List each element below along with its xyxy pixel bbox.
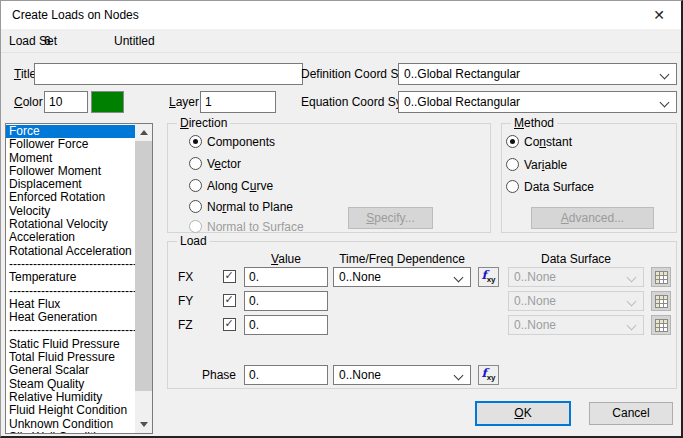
direction-group-label: Direction	[177, 116, 230, 130]
chevron-down-icon	[454, 371, 464, 381]
fy-row-label: FY	[178, 291, 198, 311]
phase-value-input[interactable]	[244, 365, 328, 385]
table-grid-icon	[655, 271, 668, 284]
selected-value: 0..None	[339, 268, 448, 286]
chevron-down-icon	[454, 273, 464, 283]
list-item[interactable]: Relative Humidity	[6, 391, 135, 404]
chevron-down-icon	[627, 273, 637, 283]
color-input[interactable]	[44, 91, 88, 113]
scroll-up-icon[interactable]	[135, 124, 152, 141]
fz-row-label: FZ	[178, 315, 198, 335]
list-item[interactable]: Heat Generation	[6, 311, 135, 324]
radio-selected-icon	[506, 135, 519, 148]
time-freq-column-header: Time/Freq Dependence	[333, 252, 471, 266]
list-item[interactable]: Total Fluid Pressure	[6, 351, 135, 364]
fz-data-surface-select: 0..None	[508, 315, 644, 335]
list-scrollbar[interactable]	[135, 124, 152, 433]
ok-button[interactable]: OK	[475, 401, 571, 426]
check-icon: ✓	[225, 269, 234, 282]
load-set-name: Untitled	[114, 29, 155, 53]
selected-value: 0..None	[514, 316, 621, 334]
selected-value: 0..None	[339, 366, 448, 384]
list-item[interactable]: Displacement	[6, 178, 135, 191]
radio-icon	[506, 158, 519, 171]
layer-input[interactable]	[200, 91, 276, 113]
chevron-down-icon	[627, 321, 637, 331]
fz-data-surface-table-button	[651, 315, 671, 335]
list-item[interactable]: Fluid Height Condition	[6, 404, 135, 417]
radio-icon	[189, 179, 202, 192]
radio-selected-icon	[189, 135, 202, 148]
selected-value: 0..None	[514, 292, 621, 310]
scroll-down-icon[interactable]	[135, 416, 152, 433]
load-set-number: 6	[44, 29, 51, 53]
color-swatch-button[interactable]	[91, 91, 124, 113]
specify-button: Specify...	[348, 207, 433, 229]
advanced-button: Advanced...	[531, 207, 654, 229]
phase-time-freq-select[interactable]: 0..None	[333, 365, 471, 385]
chevron-down-icon	[660, 98, 670, 108]
title-label: Title	[14, 63, 36, 85]
fx-value-input[interactable]	[244, 267, 328, 287]
list-item[interactable]: Acceleration	[6, 231, 135, 244]
equation-coord-sys-label: Equation Coord Sys	[301, 91, 392, 113]
phase-function-button[interactable]: fxy	[478, 365, 499, 385]
fx-data-surface-table-button	[651, 267, 671, 287]
phase-label: Phase	[191, 365, 236, 385]
list-item[interactable]: General Scalar	[6, 364, 135, 377]
list-item[interactable]: Enforced Rotation	[6, 191, 135, 204]
value-column-header: Value	[244, 252, 328, 266]
title-bar: Create Loads on Nodes ✕	[1, 1, 681, 29]
equation-coord-sys-select[interactable]: 0..Global Rectangular	[398, 91, 677, 113]
fx-data-surface-select: 0..None	[508, 267, 644, 287]
check-icon: ✓	[225, 293, 234, 306]
list-separator: ----------------------------------	[6, 324, 135, 337]
list-item[interactable]: Slip Wall Condition	[6, 431, 135, 434]
list-item[interactable]: Rotational Velocity	[6, 218, 135, 231]
table-grid-icon	[655, 295, 668, 308]
list-item[interactable]: Unknown Condition	[6, 418, 135, 431]
fz-value-input[interactable]	[244, 315, 328, 335]
fx-function-button[interactable]: fxy	[478, 267, 499, 287]
title-input[interactable]	[34, 63, 303, 85]
radio-icon	[189, 200, 202, 213]
scrollbar-thumb[interactable]	[135, 141, 152, 391]
cancel-button[interactable]: Cancel	[589, 402, 673, 425]
load-set-strip: Load Set 6 Untitled	[1, 29, 681, 53]
radio-icon-disabled	[189, 220, 202, 233]
list-item[interactable]: Static Fluid Pressure	[6, 338, 135, 351]
data-surface-column-header: Data Surface	[508, 252, 644, 266]
list-separator: ----------------------------------	[6, 285, 135, 298]
list-item[interactable]: Rotational Acceleration	[6, 245, 135, 258]
list-item[interactable]: Moment	[6, 152, 135, 165]
list-item-force[interactable]: Force	[6, 125, 135, 138]
selected-value: 0..Global Rectangular	[404, 64, 654, 84]
list-item[interactable]: Heat Flux	[6, 298, 135, 311]
fy-value-input[interactable]	[244, 291, 328, 311]
definition-coord-sys-label: Definition Coord Sys	[301, 63, 394, 85]
list-item[interactable]: Follower Force	[6, 138, 135, 151]
definition-coord-sys-select[interactable]: 0..Global Rectangular	[398, 63, 677, 85]
selected-value: 0..None	[514, 268, 621, 286]
list-item[interactable]: Follower Moment	[6, 165, 135, 178]
fx-checkbox[interactable]: ✓	[223, 270, 236, 283]
chevron-down-icon	[660, 70, 670, 80]
check-icon: ✓	[225, 317, 234, 330]
close-icon[interactable]: ✕	[639, 1, 679, 29]
fz-checkbox[interactable]: ✓	[223, 318, 236, 331]
radio-icon	[506, 180, 519, 193]
table-grid-icon	[655, 319, 668, 332]
window-title: Create Loads on Nodes	[12, 1, 139, 29]
list-item[interactable]: Steam Quality	[6, 378, 135, 391]
selected-value: 0..Global Rectangular	[404, 92, 654, 112]
load-group-label: Load	[177, 234, 210, 248]
fy-checkbox[interactable]: ✓	[223, 294, 236, 307]
list-item[interactable]: Temperature	[6, 271, 135, 284]
radio-icon	[189, 157, 202, 170]
method-group-label: Method	[511, 116, 557, 130]
load-type-list: Force Follower Force Moment Follower Mom…	[5, 123, 153, 434]
fy-data-surface-select: 0..None	[508, 291, 644, 311]
list-item[interactable]: Velocity	[6, 205, 135, 218]
fx-time-freq-select[interactable]: 0..None	[333, 267, 471, 287]
fy-data-surface-table-button	[651, 291, 671, 311]
